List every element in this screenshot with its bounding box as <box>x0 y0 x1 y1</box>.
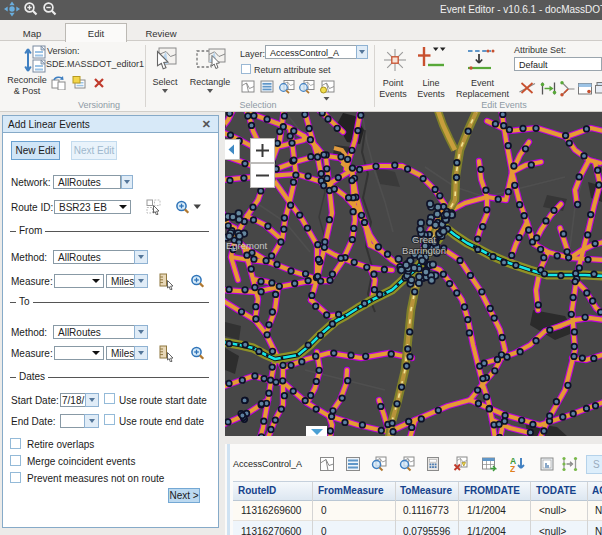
svg-text:Great: Great <box>412 234 436 245</box>
svg-text:Egremont: Egremont <box>226 240 268 251</box>
svg-text:Z: Z <box>510 464 515 473</box>
svg-text:Barrington: Barrington <box>402 245 446 256</box>
